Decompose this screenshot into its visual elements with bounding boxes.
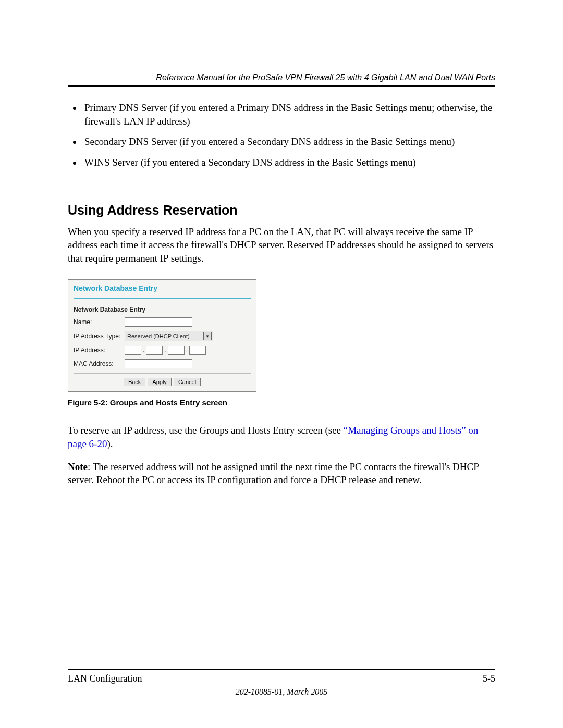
panel-title: Network Database Entry [74, 284, 251, 295]
ip-octet-4[interactable] [189, 346, 206, 355]
footer-docinfo: 202-10085-01, March 2005 [68, 687, 495, 697]
reserve-para-post: ). [107, 438, 113, 449]
mac-address-input[interactable] [125, 359, 192, 368]
footer-left: LAN Configuration [68, 673, 142, 684]
note-body: : The reserved address will not be assig… [68, 461, 479, 486]
panel-separator [74, 373, 251, 374]
footer-rule [68, 669, 495, 670]
bullet-item: Secondary DNS Server (if you entered a S… [82, 135, 495, 149]
bullet-item: Primary DNS Server (if you entered a Pri… [82, 101, 495, 128]
ip-type-label: IP Address Type: [74, 332, 125, 340]
figure-caption: Figure 5-2: Groups and Hosts Entry scree… [68, 398, 495, 407]
network-db-entry-panel: Network Database Entry Network Database … [68, 279, 256, 392]
back-button[interactable]: Back [124, 378, 145, 386]
ip-octet-1[interactable] [125, 346, 141, 355]
ip-type-select[interactable]: Reserved (DHCP Client) ▼ [125, 331, 213, 341]
bullet-list: Primary DNS Server (if you entered a Pri… [68, 101, 495, 177]
ip-type-value: Reserved (DHCP Client) [127, 333, 190, 339]
mac-address-label: MAC Address: [74, 360, 125, 367]
ip-octet-3[interactable] [168, 346, 185, 355]
intro-paragraph: When you specify a reserved IP address f… [68, 225, 495, 265]
ip-address-label: IP Address: [74, 347, 125, 354]
chevron-down-icon: ▼ [203, 332, 212, 340]
note-paragraph: Note: The reserved address will not be a… [68, 460, 495, 487]
running-header: Reference Manual for the ProSafe VPN Fir… [68, 73, 495, 87]
reserve-para-pre: To reserve an IP address, use the Groups… [68, 425, 344, 436]
reserve-paragraph: To reserve an IP address, use the Groups… [68, 424, 495, 450]
ip-octet-2[interactable] [146, 346, 163, 355]
name-label: Name: [74, 318, 125, 326]
panel-subheading: Network Database Entry [74, 306, 251, 313]
section-heading: Using Address Reservation [68, 203, 495, 218]
footer-page-number: 5-5 [483, 673, 495, 684]
note-label: Note [68, 461, 88, 472]
bullet-item: WINS Server (if you entered a Secondary … [82, 156, 495, 169]
panel-divider [74, 298, 251, 299]
name-input[interactable] [125, 317, 192, 327]
apply-button[interactable]: Apply [148, 378, 172, 386]
cancel-button[interactable]: Cancel [174, 378, 201, 386]
